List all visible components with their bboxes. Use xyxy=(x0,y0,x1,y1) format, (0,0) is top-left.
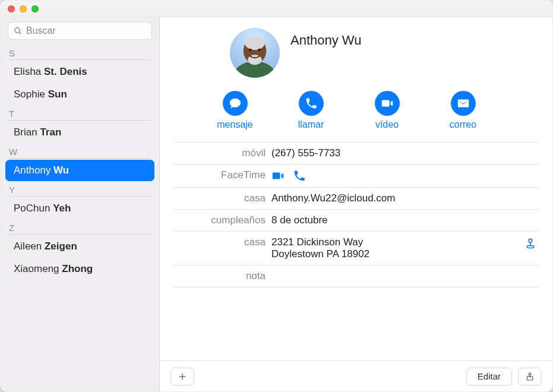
message-label: mensaje xyxy=(217,119,252,130)
search-input[interactable] xyxy=(26,26,147,36)
contact-last-name: Yeh xyxy=(53,203,71,214)
map-pin-icon[interactable] xyxy=(524,236,537,252)
avatar[interactable] xyxy=(230,28,280,78)
field-label: casa xyxy=(174,236,271,248)
section-header: Z xyxy=(9,223,151,235)
svg-point-0 xyxy=(15,28,20,33)
contact-row[interactable]: Sophie Sun xyxy=(5,84,154,105)
contact-last-name: Sun xyxy=(48,88,67,100)
contact-row[interactable]: PoChun Yeh xyxy=(5,198,154,219)
quick-actions: mensaje llamar vídeo correo xyxy=(160,91,538,130)
field-home-address[interactable]: casa 2321 Dickinson Way Doylestown PA 18… xyxy=(174,231,538,265)
section-header: Y xyxy=(9,185,151,197)
close-button[interactable] xyxy=(8,5,15,12)
svg-point-7 xyxy=(249,49,251,51)
minimize-button[interactable] xyxy=(20,5,27,12)
message-icon xyxy=(229,97,242,110)
zoom-button[interactable] xyxy=(31,5,39,12)
facetime-options xyxy=(271,169,538,182)
contact-first-name: Brian xyxy=(14,127,40,138)
field-value: 8 de octubre xyxy=(271,214,538,226)
contact-fields: móvil (267) 555-7733 FaceTime casa Antho… xyxy=(174,142,538,287)
field-label: cumpleaños xyxy=(174,214,271,226)
svg-point-8 xyxy=(258,49,260,51)
contact-row[interactable]: Aileen Zeigen xyxy=(5,236,154,257)
contact-first-name: Sophie xyxy=(14,88,48,100)
svg-point-5 xyxy=(245,36,265,50)
video-label: vídeo xyxy=(375,119,399,130)
field-value: 2321 Dickinson Way Doylestown PA 18902 xyxy=(271,236,538,260)
field-label: FaceTime xyxy=(174,169,271,181)
add-button[interactable] xyxy=(170,368,194,385)
contact-row[interactable]: Xiaomeng Zhong xyxy=(5,258,154,280)
svg-point-9 xyxy=(529,239,532,242)
field-label: móvil xyxy=(174,147,271,159)
contacts-list[interactable]: SElisha St. DenisSophie SunTBrian TranWA… xyxy=(1,45,159,391)
contact-first-name: Anthony xyxy=(14,165,53,176)
field-label: casa xyxy=(174,192,271,204)
field-home-email[interactable]: casa Anthony.Wu22@icloud.com xyxy=(174,187,538,209)
contact-last-name: Zhong xyxy=(62,263,93,274)
field-value: Anthony.Wu22@icloud.com xyxy=(271,192,538,204)
mail-button[interactable]: correo xyxy=(443,91,484,130)
contact-last-name: Zeigen xyxy=(45,241,77,252)
section-header: T xyxy=(9,109,151,121)
field-mobile[interactable]: móvil (267) 555-7733 xyxy=(174,142,538,164)
share-icon xyxy=(525,371,535,382)
contact-row[interactable]: Elisha St. Denis xyxy=(5,61,154,83)
field-value: (267) 555-7733 xyxy=(271,147,538,159)
contact-row[interactable]: Brian Tran xyxy=(5,122,154,143)
facetime-video-icon[interactable] xyxy=(271,169,285,182)
video-button[interactable]: vídeo xyxy=(366,91,408,130)
message-button[interactable]: mensaje xyxy=(214,91,256,130)
contact-detail: Anthony Wu mensaje llamar vídeo xyxy=(160,17,552,391)
svg-line-1 xyxy=(19,32,21,34)
bottom-toolbar: Editar xyxy=(160,361,552,391)
field-facetime[interactable]: FaceTime xyxy=(174,164,538,187)
contact-last-name: Wu xyxy=(53,165,69,176)
field-note[interactable]: nota xyxy=(174,265,538,287)
contact-first-name: Xiaomeng xyxy=(14,263,62,274)
mail-label: correo xyxy=(450,119,476,130)
phone-icon xyxy=(305,97,318,110)
contact-last-name: St. Denis xyxy=(44,66,87,77)
mail-icon xyxy=(457,97,470,110)
section-header: W xyxy=(9,147,151,159)
contacts-sidebar: SElisha St. DenisSophie SunTBrian TranWA… xyxy=(1,17,160,391)
call-button[interactable]: llamar xyxy=(290,91,332,130)
facetime-audio-icon[interactable] xyxy=(293,169,306,182)
edit-button[interactable]: Editar xyxy=(466,368,512,385)
search-icon xyxy=(13,26,23,36)
contact-last-name: Tran xyxy=(40,127,61,138)
share-button[interactable] xyxy=(518,368,542,385)
field-label: nota xyxy=(174,270,271,282)
section-header: S xyxy=(9,48,151,60)
plus-icon xyxy=(178,372,187,381)
titlebar xyxy=(1,1,552,17)
window-body: SElisha St. DenisSophie SunTBrian TranWA… xyxy=(1,17,552,391)
video-icon xyxy=(381,97,394,110)
svg-point-10 xyxy=(527,245,534,248)
call-label: llamar xyxy=(298,119,324,130)
contact-first-name: Aileen xyxy=(14,241,45,252)
contact-header: Anthony Wu xyxy=(230,28,538,78)
contact-first-name: PoChun xyxy=(14,203,53,214)
contact-first-name: Elisha xyxy=(14,66,44,77)
contact-row[interactable]: Anthony Wu xyxy=(5,160,154,181)
contact-name: Anthony Wu xyxy=(290,33,361,48)
field-birthday[interactable]: cumpleaños 8 de octubre xyxy=(174,209,538,231)
contacts-window: SElisha St. DenisSophie SunTBrian TranWA… xyxy=(0,0,553,392)
search-field[interactable] xyxy=(8,22,152,40)
